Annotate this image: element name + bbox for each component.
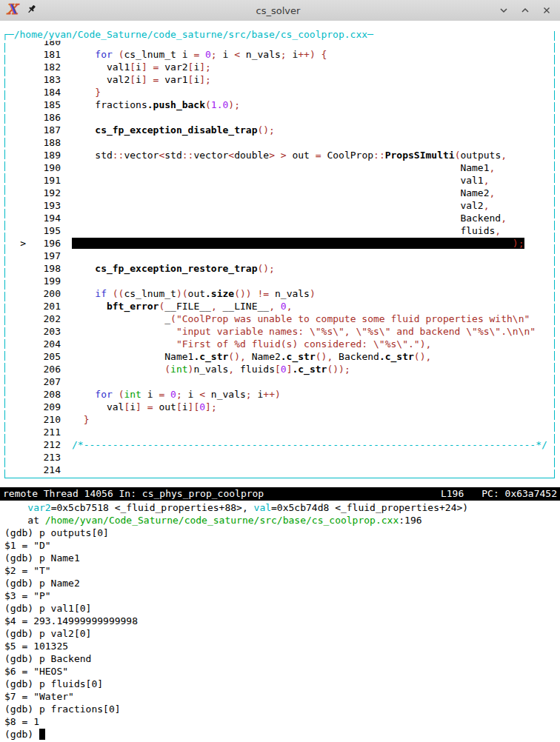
code-text (61, 376, 72, 387)
code-segment: vector (193, 150, 228, 161)
status-line-indicator: L196 (441, 487, 464, 501)
code-segment: std (164, 150, 181, 161)
close-button[interactable] (541, 4, 553, 16)
line-number: 189 (26, 149, 61, 161)
code-text (61, 250, 72, 261)
code-segment: ); (228, 99, 240, 110)
line-number: 205 (26, 350, 61, 363)
line-number: 196 (26, 237, 61, 250)
code-segment: cs_lnum_t (124, 288, 176, 299)
window-title: cs_solver (93, 5, 464, 16)
code-segment: )( (176, 288, 188, 299)
console-line: (gdb) p Name1 (4, 552, 560, 564)
code-segment (316, 49, 321, 60)
code-segment: = (147, 401, 153, 412)
code-text: Name1, (61, 162, 495, 173)
line-number: 184 (26, 86, 61, 98)
code-segment: 0 (281, 301, 287, 312)
source-lines: 180181 for (cs_lnum_t i = 0; i < n_vals;… (5, 36, 554, 476)
code-segment: , (228, 364, 234, 375)
code-segment (72, 263, 95, 274)
code-segment: (gdb) p fractions[0] (4, 703, 121, 715)
code-segment (72, 338, 176, 350)
terminal-cursor[interactable] (39, 729, 45, 740)
code-text (61, 464, 72, 475)
code-segment: $1 = "D" (4, 540, 51, 551)
code-segment: ) (310, 288, 316, 299)
code-segment (113, 389, 119, 400)
code-segment: i (252, 389, 264, 400)
code-segment: < (199, 389, 205, 400)
maximize-button[interactable] (519, 4, 531, 16)
code-segment: ); (513, 238, 524, 249)
code-segment: bft_error (107, 301, 159, 312)
code-segment: ] (136, 401, 141, 412)
code-segment: , (501, 213, 507, 224)
source-line-194: 194 Backend, (5, 212, 554, 224)
code-segment: fractions (460, 238, 512, 249)
code-segment (199, 49, 205, 60)
console-line: (gdb) p Name2 (4, 577, 560, 589)
code-segment: (( (113, 288, 124, 299)
console-line: $3 = "P" (4, 589, 560, 602)
code-segment: Name1 (72, 351, 193, 362)
code-segment (275, 150, 281, 161)
code-text: for (int i = 0; i < n_vals; i++) (61, 389, 281, 400)
console-line: $2 = "T" (4, 564, 560, 577)
code-segment (164, 389, 170, 400)
status-right: L196 PC: 0x63a7452 (441, 487, 557, 501)
code-segment: PropsSImulti (385, 150, 455, 161)
code-segment: cs_fp_exception_restore_trap (95, 263, 257, 274)
console-line: (gdb) p val1[0] (4, 602, 560, 615)
source-line-183: 183 val2[i] = var1[i]; (5, 73, 554, 86)
code-segment: .c_str (193, 351, 228, 362)
source-line-214: 214 (5, 464, 554, 476)
source-line-206: 206 (int)n_vals, fluids[0].c_str()); (5, 363, 554, 375)
console-line: $4 = 293.14999999999998 (4, 615, 560, 627)
code-segment: int (170, 364, 187, 375)
source-frame: ┌─/home/yvan/Code_Saturne/code_saturne/s… (4, 31, 555, 478)
code-segment: $2 = "T" (4, 565, 51, 576)
console-line: (gdb) p fluids[0] (4, 678, 560, 690)
xterm-window: X cs_solver (0, 0, 560, 742)
line-number: 211 (26, 426, 61, 438)
line-number: 214 (26, 464, 61, 476)
pin-icon[interactable] (26, 4, 38, 18)
source-line-208: 208 for (int i = 0; i < n_vals; i++) (5, 388, 554, 401)
code-segment (72, 364, 164, 375)
line-number: 182 (26, 61, 61, 73)
code-segment: if (95, 288, 107, 299)
code-segment: { (321, 49, 327, 60)
code-segment: $8 = 1 (4, 716, 39, 727)
code-segment: [ (130, 61, 136, 73)
code-segment: val (254, 502, 271, 513)
terminal[interactable]: ┌─/home/yvan/Code_Saturne/code_saturne/s… (0, 21, 560, 742)
code-segment (72, 49, 95, 60)
code-segment (72, 414, 84, 425)
code-segment: var1 (159, 74, 187, 85)
code-segment: ++ (263, 389, 275, 400)
line-number: 194 (26, 212, 61, 224)
code-text: val2[i] = var1[i]; (61, 74, 211, 85)
code-text: } (61, 414, 89, 425)
code-segment: ; (205, 74, 211, 85)
code-text: if ((cs_lnum_t)(out.size()) != n_vals) (61, 288, 316, 299)
source-line-185: 185 fractions.push_back(1.0); (5, 98, 554, 111)
code-segment: = (316, 150, 321, 161)
code-segment: ] (141, 74, 147, 85)
code-segment: (gdb) p Name2 (4, 578, 80, 589)
source-line-193: 193 val2, (5, 199, 554, 212)
code-segment: fluids (72, 225, 495, 236)
code-text: Backend, (61, 213, 507, 224)
source-line-192: 192 Name2, (5, 187, 554, 199)
code-segment: val (72, 401, 124, 412)
code-text (61, 137, 72, 148)
code-segment: $7 = "Water" (4, 691, 74, 702)
code-segment: (), (228, 351, 245, 362)
gdb-console[interactable]: var2=0x5cb7518 <_fluid_properties+88>, v… (0, 501, 560, 741)
code-segment (107, 288, 113, 299)
code-segment: [ (130, 74, 136, 85)
code-text: fluids, (61, 225, 501, 236)
minimize-button[interactable] (498, 4, 510, 16)
code-segment: Name2 (72, 187, 490, 198)
